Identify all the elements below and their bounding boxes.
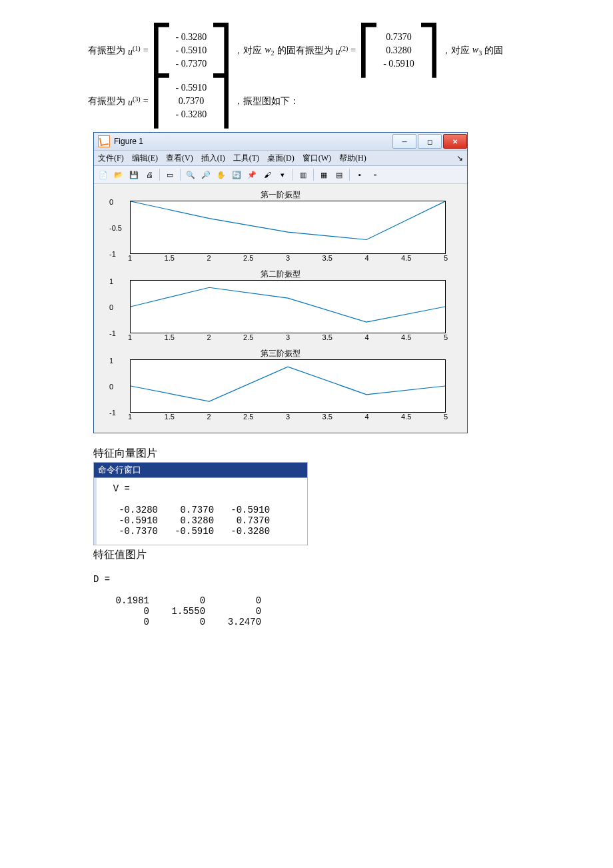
menu-bar: 文件(F) 编辑(E) 查看(V) 插入(I) 工具(T) 桌面(D) 窗口(W…	[94, 151, 467, 166]
menu-edit[interactable]: 编辑(E)	[132, 153, 158, 164]
x-tick: 4.5	[401, 413, 411, 421]
y-tick: 1	[109, 357, 113, 365]
x-tick: 3.5	[322, 413, 332, 421]
x-tick: 4.5	[401, 254, 411, 262]
y-tick: -0.5	[109, 224, 122, 232]
title-bar[interactable]: Figure 1 ─ ◻ ✕	[94, 133, 467, 151]
colorbar-icon[interactable]: ▥	[297, 168, 310, 181]
show-icon[interactable]: ▫	[368, 168, 382, 181]
hide-icon[interactable]: ▪	[353, 168, 366, 181]
y-tick: -1	[109, 329, 116, 337]
menu-help[interactable]: 帮助(H)	[339, 153, 366, 164]
x-tick: 3	[286, 254, 290, 262]
print-icon[interactable]: 🖨	[143, 168, 156, 181]
rotate-icon[interactable]: 🔄	[230, 168, 243, 181]
vector-u3: ⎡ - 0.5910 0.7370 - 0.3280 ⎤	[150, 81, 233, 121]
x-tick: 1.5	[165, 333, 175, 341]
brush-icon[interactable]: 🖌	[261, 168, 274, 181]
x-tick: 5	[444, 413, 448, 421]
x-tick: 3	[286, 413, 290, 421]
y-tick: -1	[109, 250, 116, 258]
menu-window[interactable]: 窗口(W)	[303, 153, 331, 164]
axes[interactable]: 10-1	[130, 359, 446, 413]
ploteditor-icon[interactable]: ▤	[332, 168, 346, 181]
equals: =	[143, 45, 149, 56]
x-tick: 4.5	[401, 333, 411, 341]
y-tick: 0	[109, 303, 113, 311]
y-tick: 0	[109, 198, 113, 206]
x-tick: 1.5	[165, 413, 175, 421]
y-tick: 1	[109, 277, 113, 285]
math-line-2: 有振型为 u(3) = ⎡ - 0.5910 0.7370 - 0.3280 ⎤…	[87, 81, 580, 121]
maximize-button[interactable]: ◻	[418, 134, 442, 149]
text: 有振型为	[88, 45, 125, 57]
math-line-1: 有振型为 u(1) = ⎡ - 0.3280 - 0.5910 - 0.7370…	[87, 31, 580, 71]
x-tick: 5	[444, 254, 448, 262]
x-tick: 2	[207, 413, 211, 421]
datacursor-icon[interactable]: 📌	[245, 168, 259, 181]
save-icon[interactable]: 💾	[127, 168, 141, 181]
open-icon[interactable]: 📂	[112, 168, 125, 181]
subplot-2: 第二阶振型10-111.522.533.544.55	[103, 269, 458, 344]
x-tick: 1	[128, 254, 132, 262]
y-tick: -1	[109, 409, 116, 417]
x-tick: 2	[207, 254, 211, 262]
zoom-in-icon[interactable]: 🔍	[184, 168, 197, 181]
subplot-title: 第二阶振型	[103, 269, 458, 280]
x-tick: 3.5	[322, 254, 332, 262]
vector-u2: ⎡ 0.7370 0.3280 - 0.5910 ⎤	[357, 31, 440, 71]
window-title: Figure 1	[114, 137, 143, 146]
y-tick: 0	[109, 383, 113, 391]
x-tick: 1	[128, 413, 132, 421]
legend-icon[interactable]: ▦	[317, 168, 330, 181]
toolbar: 📄 📂 💾 🖨 ▭ 🔍 🔎 ✋ 🔄 📌 🖌 ▾ ▥ ▦ ▤ ▪ ▫	[94, 166, 467, 184]
subplot-3: 第三阶振型10-111.522.533.544.55	[103, 348, 458, 423]
command-output-v: V = -0.3280 0.7370 -0.5910 -0.5910 0.328…	[94, 478, 307, 545]
figure-window: Figure 1 ─ ◻ ✕ 文件(F) 编辑(E) 查看(V) 插入(I) 工…	[93, 132, 468, 433]
subplot-title: 第一阶振型	[103, 189, 458, 201]
axes[interactable]: 10-1	[130, 280, 446, 333]
x-tick: 4	[364, 333, 368, 341]
plot-area: 第一阶振型0-0.5-111.522.533.544.55第二阶振型10-111…	[94, 184, 467, 433]
new-icon[interactable]: 📄	[97, 168, 110, 181]
axes[interactable]: 0-0.5-1	[130, 201, 446, 254]
x-tick: 3	[286, 333, 290, 341]
x-tick: 2.5	[243, 413, 253, 421]
x-tick: 2.5	[243, 333, 253, 341]
menu-file[interactable]: 文件(F)	[98, 153, 124, 164]
subplot-title: 第三阶振型	[103, 348, 458, 359]
x-tick: 1	[128, 333, 132, 341]
var-u1: u(1)	[128, 45, 141, 57]
subplot-1: 第一阶振型0-0.5-111.522.533.544.55	[103, 189, 458, 265]
pointer-icon[interactable]: ▭	[163, 168, 177, 181]
x-tick: 2.5	[243, 254, 253, 262]
x-tick: 5	[444, 333, 448, 341]
caption-eigval: 特征值图片	[93, 548, 580, 562]
menu-desktop[interactable]: 桌面(D)	[267, 153, 295, 164]
x-tick: 3.5	[322, 333, 332, 341]
x-tick: 2	[207, 333, 211, 341]
x-tick: 4	[364, 413, 368, 421]
x-tick: 4	[364, 254, 368, 262]
vector-u1: ⎡ - 0.3280 - 0.5910 - 0.7370 ⎤	[150, 31, 233, 71]
menu-view[interactable]: 查看(V)	[166, 153, 193, 164]
close-button[interactable]: ✕	[443, 134, 467, 149]
command-output-d: D = 0.1981 0 0 0 1.5550 0 0 0 3.2470	[93, 563, 580, 627]
command-window-title: 命令行窗口	[94, 463, 307, 478]
minimize-button[interactable]: ─	[392, 134, 416, 149]
menu-tools[interactable]: 工具(T)	[233, 153, 259, 164]
matlab-icon	[98, 135, 110, 147]
caption-eigvec: 特征向量图片	[93, 447, 580, 461]
menu-insert[interactable]: 插入(I)	[201, 153, 225, 164]
command-window: 命令行窗口 V = -0.3280 0.7370 -0.5910 -0.5910…	[93, 462, 308, 545]
dock-icon[interactable]: ↘	[456, 153, 463, 163]
zoom-out-icon[interactable]: 🔎	[199, 168, 213, 181]
link-icon[interactable]: ▾	[276, 168, 289, 181]
x-tick: 1.5	[165, 254, 175, 262]
pan-icon[interactable]: ✋	[215, 168, 228, 181]
